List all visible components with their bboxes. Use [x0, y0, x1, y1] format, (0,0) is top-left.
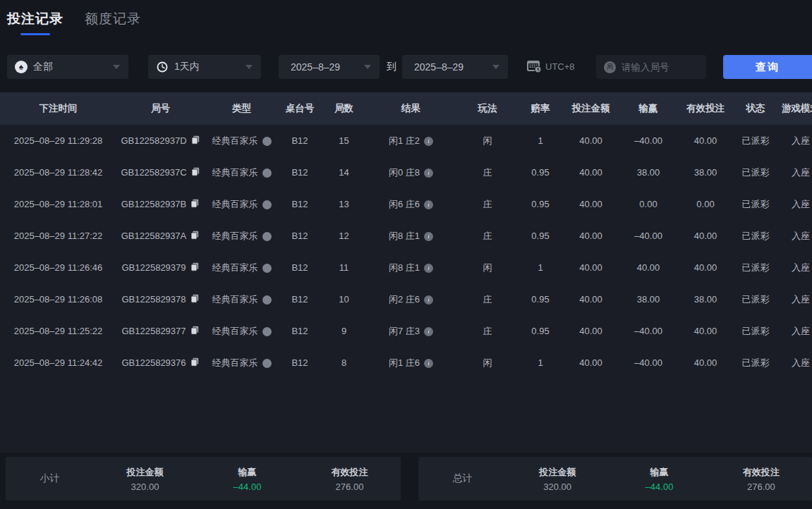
- column-header: 有效投注: [676, 92, 735, 125]
- result-cell: 闲6 庄6i: [367, 188, 455, 221]
- tab-betting-records[interactable]: 投注记录: [7, 10, 63, 35]
- round-badge-icon: 局: [604, 61, 616, 73]
- round-count-cell: 13: [321, 188, 367, 221]
- bet-time-cell: 2025–08–29 11:24:42: [0, 347, 116, 379]
- info-icon[interactable]: i: [424, 359, 433, 368]
- clock-icon: [156, 61, 169, 73]
- table-number-cell: B12: [279, 220, 321, 252]
- status-cell: 已派彩: [735, 125, 776, 157]
- odds-cell: 1: [520, 125, 561, 157]
- filter-bar: ♠ 全部 1天内 2025–8–29 到 2025–8–29 UTC+8: [0, 55, 812, 79]
- result-cell: 闲0 庄8i: [367, 157, 455, 189]
- play-type-cell: 庄: [455, 220, 520, 252]
- bet-amount-cell: 40.00: [561, 220, 621, 252]
- search-button[interactable]: 查询: [723, 55, 812, 79]
- summary-stat: 投注金额320.00: [507, 466, 608, 492]
- round-id-cell: GB122582937A: [116, 220, 205, 252]
- round-count-cell: 12: [321, 220, 367, 252]
- game-type-cell: 经典百家乐: [205, 347, 279, 379]
- table-row[interactable]: 2025–08–29 11:28:01 GB122582937B 经典百家乐 B…: [0, 188, 812, 220]
- info-icon[interactable]: i: [424, 295, 433, 305]
- table-number-cell: B12: [279, 252, 321, 284]
- bet-amount-cell: 40.00: [561, 283, 621, 316]
- info-icon[interactable]: i: [424, 232, 433, 241]
- info-icon[interactable]: i: [424, 264, 433, 273]
- round-id-cell: GB1225829378: [116, 283, 205, 316]
- odds-cell: 1: [520, 347, 561, 379]
- game-type-dropdown[interactable]: ♠ 全部: [7, 55, 128, 79]
- copy-icon[interactable]: [190, 348, 200, 379]
- round-number-input[interactable]: [622, 62, 699, 73]
- bet-time-cell: 2025–08–29 11:29:28: [0, 125, 116, 157]
- table-row[interactable]: 2025–08–29 11:24:42 GB1225829376 经典百家乐 B…: [0, 347, 812, 379]
- table-header-row: 下注时间局号类型桌台号局数结果玩法赔率投注金额输赢有效投注状态游戏模式: [0, 92, 812, 125]
- chevron-down-icon: [364, 65, 371, 69]
- game-mode-cell: 入座: [776, 283, 812, 316]
- valid-bet-cell: 40.00: [676, 220, 735, 252]
- copy-icon[interactable]: [191, 157, 200, 189]
- play-type-cell: 闲: [455, 252, 520, 284]
- table-number-cell: B12: [279, 125, 321, 157]
- summary-stat: 有效投注276.00: [710, 466, 812, 492]
- summary-stat-value: 276.00: [710, 482, 812, 492]
- valid-bet-cell: 38.00: [676, 157, 735, 189]
- betting-records-screen: 投注记录 额度记录 ♠ 全部 1天内 2025–8–29 到 2025–8: [0, 0, 812, 509]
- date-range-dropdown[interactable]: 1天内: [148, 55, 261, 79]
- game-type-cell: 经典百家乐: [205, 220, 279, 252]
- info-icon[interactable]: i: [424, 168, 433, 178]
- bet-time-cell: 2025–08–29 11:28:42: [0, 157, 116, 189]
- copy-icon[interactable]: [190, 316, 200, 348]
- bet-amount-cell: 40.00: [561, 188, 621, 221]
- valid-bet-cell: 38.00: [676, 283, 735, 316]
- table-row[interactable]: 2025–08–29 11:25:22 GB1225829377 经典百家乐 B…: [0, 315, 812, 347]
- date-from-dropdown[interactable]: 2025–8–29: [279, 55, 380, 79]
- table-number-cell: B12: [279, 347, 321, 379]
- game-type-cell: 经典百家乐: [205, 283, 279, 316]
- odds-cell: 0.95: [520, 188, 561, 221]
- win-loss-cell: 0.00: [621, 188, 676, 221]
- game-logo-dot-icon: [262, 327, 272, 336]
- status-cell: 已派彩: [735, 252, 776, 284]
- info-icon[interactable]: i: [424, 200, 433, 209]
- copy-icon[interactable]: [190, 189, 200, 221]
- table-number-cell: B12: [279, 188, 321, 221]
- summary-stat-value: –44.00: [608, 482, 710, 492]
- bet-time-cell: 2025–08–29 11:28:01: [0, 188, 116, 221]
- table-row[interactable]: 2025–08–29 11:26:46 GB1225829379 经典百家乐 B…: [0, 252, 812, 283]
- summary-stat-label: 输赢: [608, 466, 710, 479]
- game-type-cell: 经典百家乐: [205, 315, 279, 348]
- bet-time-cell: 2025–08–29 11:27:22: [0, 220, 116, 252]
- summary-stat-value: –44.00: [196, 482, 298, 492]
- date-to-dropdown[interactable]: 2025–8–29: [402, 55, 508, 79]
- table-row[interactable]: 2025–08–29 11:29:28 GB122582937D 经典百家乐 B…: [0, 125, 812, 157]
- chevron-down-icon: [492, 65, 499, 69]
- status-cell: 已派彩: [735, 157, 776, 189]
- status-cell: 已派彩: [735, 283, 776, 316]
- result-cell: 闲8 庄1i: [367, 220, 455, 252]
- tab-quota-records[interactable]: 额度记录: [85, 10, 141, 35]
- copy-icon[interactable]: [190, 252, 200, 284]
- table-row[interactable]: 2025–08–29 11:26:08 GB1225829378 经典百家乐 B…: [0, 283, 812, 315]
- play-type-cell: 闲: [455, 347, 520, 379]
- odds-cell: 0.95: [520, 283, 561, 316]
- bet-amount-cell: 40.00: [561, 315, 621, 348]
- win-loss-cell: –40.00: [621, 315, 676, 348]
- result-cell: 闲2 庄6i: [367, 283, 455, 316]
- win-loss-cell: –40.00: [621, 125, 676, 157]
- column-header: 游戏模式: [776, 92, 812, 125]
- copy-icon[interactable]: [191, 125, 200, 157]
- copy-icon[interactable]: [190, 284, 200, 316]
- top-tabs: 投注记录 额度记录: [7, 10, 141, 35]
- info-icon[interactable]: i: [424, 327, 433, 336]
- win-loss-cell: 40.00: [621, 252, 676, 284]
- info-icon[interactable]: i: [424, 137, 433, 146]
- summary-stat: 输赢–44.00: [608, 466, 710, 492]
- calendar-utc-icon: [526, 59, 543, 74]
- bet-time-cell: 2025–08–29 11:25:22: [0, 315, 116, 348]
- column-header: 状态: [735, 92, 776, 125]
- summary-stat: 有效投注276.00: [298, 466, 401, 492]
- table-row[interactable]: 2025–08–29 11:27:22 GB122582937A 经典百家乐 B…: [0, 220, 812, 252]
- table-row[interactable]: 2025–08–29 11:28:42 GB122582937C 经典百家乐 B…: [0, 157, 812, 188]
- copy-icon[interactable]: [190, 221, 200, 252]
- status-cell: 已派彩: [735, 347, 776, 379]
